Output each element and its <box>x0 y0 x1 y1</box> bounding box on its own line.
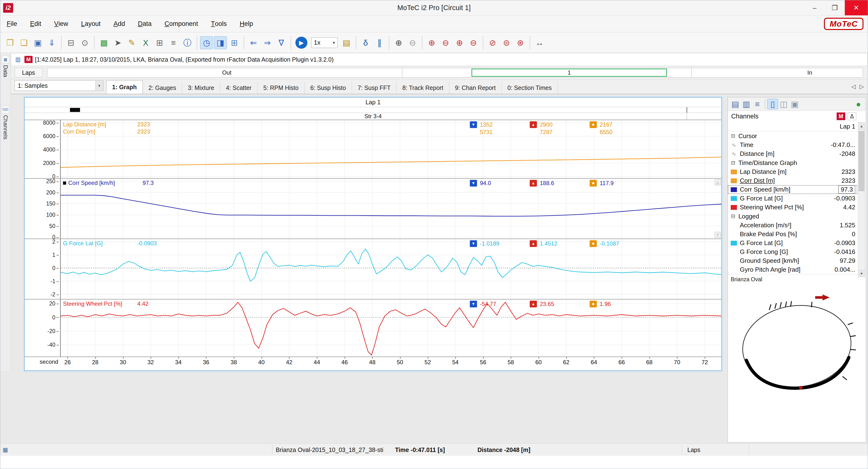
data-filter-button[interactable]: ∇ <box>275 36 288 49</box>
channel-row-steering-wheel-pct[interactable]: Steering Wheel Pct [%]4.42 <box>728 203 857 212</box>
playback-settings-button[interactable]: ▤ <box>340 36 353 49</box>
single-column-view-button[interactable]: ▯ <box>767 99 778 109</box>
export-image-button[interactable]: ▩ <box>97 36 111 49</box>
playback-button[interactable]: ▶ <box>296 37 307 49</box>
import-data-button[interactable]: ⇓ <box>45 36 58 49</box>
file-info-button[interactable]: ⓘ <box>181 36 194 49</box>
graph-panel-distance[interactable]: 80006000400020000Lap Distance [m]2323Cor… <box>25 120 721 179</box>
zoom-box-out-button[interactable]: ⊖ <box>406 36 419 49</box>
graph-panel-speed[interactable]: 250200150100500Corr Speed [km/h]97.3▼94.… <box>25 179 721 239</box>
plot-steering[interactable]: Steering Wheel Pct [%]4.42▼-54.77▲23.65■… <box>61 299 721 356</box>
tab-5-rpm-histo[interactable]: 5: RPM Histo <box>257 82 305 94</box>
open-layout-button[interactable]: ❏ <box>18 36 30 49</box>
menu-file[interactable]: File <box>0 16 24 32</box>
three-column-view-button[interactable]: ▣ <box>789 99 800 109</box>
tab-4-scatter[interactable]: 4: Scatter <box>220 82 257 94</box>
tab-8-track-report[interactable]: 8: Track Report <box>397 82 449 94</box>
tab-3-mixture[interactable]: 3: Mixture <box>182 82 220 94</box>
track-map[interactable] <box>732 284 862 404</box>
delta-time-button[interactable]: δ <box>359 36 372 49</box>
channel-row-distance-m[interactable]: ∿Distance [m]-2048 <box>728 149 857 158</box>
prev-worksheet-icon[interactable]: ◁ <box>851 83 856 90</box>
axis-zoom-up-icon[interactable]: △ <box>715 179 721 185</box>
plot-distance[interactable]: Lap Distance [m]2323Corr Dist [m]2323▼13… <box>61 120 721 178</box>
channel-row-ground-speed-km-h[interactable]: Ground Speed [km/h]97.29 <box>728 256 857 265</box>
graph-panel-g-force-lat[interactable]: 210-1-2G Force Lat [G]-0.0903▼-1.0189▲1.… <box>25 239 721 299</box>
channel-row-lap-distance-m[interactable]: Lap Distance [m]2323 <box>728 167 857 176</box>
fit-width-button[interactable]: ↔ <box>533 36 546 49</box>
channel-display-list-button[interactable]: ▤ <box>730 99 741 109</box>
pause-button[interactable]: ∥ <box>373 36 386 49</box>
delta-button[interactable]: Δ <box>848 113 856 120</box>
worksheet-group-select[interactable]: 1: Samples ▾ <box>14 80 103 91</box>
prev-lap-button[interactable]: ⇐ <box>247 36 260 49</box>
collapse-icon[interactable]: ⊟ <box>730 160 736 166</box>
channel-row-gyro-pitch-angle-rad[interactable]: Gyro Pitch Angle [rad]0.004... <box>728 265 857 274</box>
channel-group-cursor[interactable]: ⊟Cursor <box>728 131 857 141</box>
menu-layout[interactable]: Layout <box>75 16 107 32</box>
scroll-down-icon[interactable]: ▼ <box>858 270 865 277</box>
collapse-icon[interactable]: ⊟ <box>730 133 736 139</box>
zoom-redo-button[interactable]: ⊜ <box>500 36 513 49</box>
cursor-position-marker[interactable] <box>70 108 80 112</box>
maximize-button[interactable]: ❐ <box>825 0 845 16</box>
time-base-button[interactable]: ◷ <box>200 36 213 49</box>
channel-row-g-force-lat-g[interactable]: G Force Lat [G]-0.0903 <box>728 194 857 203</box>
channel-colors-button[interactable]: ● <box>853 99 864 109</box>
laps-timeline[interactable]: Out 1 In <box>47 68 863 78</box>
two-column-view-button[interactable]: ◫ <box>778 99 789 109</box>
channel-row-g-force-long-g[interactable]: G Force Long [G]-0.0416 <box>728 247 857 256</box>
open-file-button[interactable]: ❐ <box>4 36 17 49</box>
close-button[interactable]: ✕ <box>845 0 868 16</box>
lap-segment-out[interactable]: Out <box>222 69 231 76</box>
minimize-button[interactable]: – <box>805 0 825 16</box>
menu-edit[interactable]: Edit <box>24 16 48 32</box>
axis-zoom-down-icon[interactable]: ▽ <box>715 232 721 238</box>
distance-base-button[interactable]: ◨ <box>214 36 227 49</box>
zoom-undo-button[interactable]: ⊘ <box>486 36 499 49</box>
laps-button[interactable]: Laps <box>14 68 42 78</box>
tab-0-section-times[interactable]: 0: Section Times <box>502 82 558 94</box>
next-worksheet-icon[interactable]: ▷ <box>860 83 864 90</box>
playback-speed[interactable]: 1x▾ <box>311 37 338 48</box>
channel-display-grid-button[interactable]: ▥ <box>741 99 752 109</box>
graph-panel-steering[interactable]: 200-20-40Steering Wheel Pct [%]4.42▼-54.… <box>25 299 721 357</box>
component-list-button[interactable]: ≡ <box>167 36 180 49</box>
main-device-button[interactable]: M <box>837 113 845 120</box>
data-table-button[interactable]: ⊞ <box>153 36 166 49</box>
tab-7-susp-fft[interactable]: 7: Susp FFT <box>352 82 397 94</box>
menu-tools[interactable]: Tools <box>204 16 233 32</box>
print-preview-button[interactable]: ⊙ <box>79 36 91 49</box>
edit-annotations-button[interactable]: ✎ <box>125 36 138 49</box>
section-strip[interactable]: Str 3-4 <box>25 113 721 120</box>
select-tool-button[interactable]: ➤ <box>112 36 124 49</box>
scroll-up-icon[interactable]: ▲ <box>858 122 865 130</box>
export-excel-button[interactable]: X <box>139 36 152 49</box>
channel-row-time[interactable]: ∿Time-0:47.0... <box>728 141 857 149</box>
lap-segment-in[interactable]: In <box>807 69 812 76</box>
sidebar-tab-channels[interactable]: 0|0 Channels <box>0 103 10 142</box>
tab-9-chan-report[interactable]: 9: Chan Report <box>449 82 502 94</box>
channel-row-acceleration-m-s[interactable]: Acceleration [m/s²]1.525 <box>728 221 857 230</box>
collapse-icon[interactable]: ⊟ <box>730 213 736 219</box>
menu-add[interactable]: Add <box>107 16 131 32</box>
tab-6-susp-histo[interactable]: 6: Susp Histo <box>305 82 352 94</box>
next-lap-button[interactable]: ⇒ <box>261 36 274 49</box>
save-button[interactable]: ▣ <box>31 36 44 49</box>
zoom-in-time-button[interactable]: ⊕ <box>425 36 438 49</box>
menu-help[interactable]: Help <box>233 16 259 32</box>
menu-view[interactable]: View <box>48 16 75 32</box>
sidebar-tab-data[interactable]: ▦ Data <box>0 53 10 80</box>
menu-component[interactable]: Component <box>158 16 205 32</box>
tab-2-gauges[interactable]: 2: Gauges <box>143 82 182 94</box>
lap-segment-1[interactable]: 1 <box>567 69 571 76</box>
channel-row-corr-speed-km-h[interactable]: Corr Speed [km/h]97.3 <box>728 185 857 194</box>
graph-overview-strip[interactable] <box>25 107 721 113</box>
channel-group-time-distance-graph[interactable]: ⊟Time/Distance Graph <box>728 158 857 167</box>
channel-display-compact-button[interactable]: ≡ <box>752 99 763 109</box>
channel-row-brake-pedal-pos[interactable]: Brake Pedal Pos [%]0 <box>728 230 857 239</box>
zoom-default-button[interactable]: ⊛ <box>514 36 527 49</box>
scrollbar-thumb[interactable] <box>859 131 864 191</box>
print-button[interactable]: ⊟ <box>64 36 78 49</box>
channel-row-corr-dist-m[interactable]: Corr Dist [m]2323 <box>728 176 857 185</box>
